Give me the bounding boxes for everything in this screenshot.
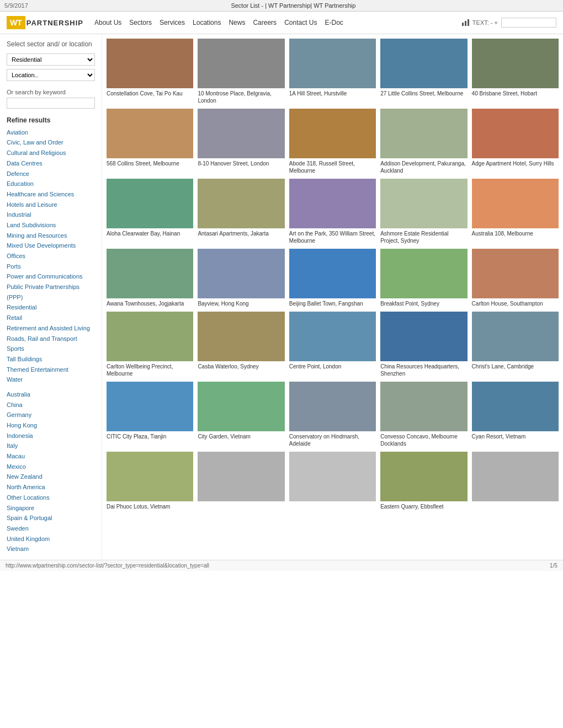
grid-item[interactable]: Art on the Park, 350 William Street, Mel… — [289, 179, 376, 244]
sidebar-sector-link[interactable]: Power and Communications — [7, 271, 95, 282]
sidebar-location-link[interactable]: Germany — [7, 410, 95, 420]
nav-tools: TEXT: - + — [462, 18, 556, 28]
sidebar-sector-link[interactable]: Hotels and Leisure — [7, 200, 95, 210]
sidebar-sector-link[interactable]: Tall Buildings — [7, 354, 95, 365]
grid-item[interactable]: Carlton House, Southampton — [472, 249, 559, 307]
location-dropdown[interactable]: Location.. — [7, 69, 95, 81]
grid-item[interactable]: Awana Townhouses, Jogjakarta — [107, 249, 193, 307]
sidebar-sector-link[interactable]: Retail — [7, 313, 95, 323]
grid-item[interactable]: Convesso Concavo, Melbourne Docklands — [380, 382, 467, 447]
grid-item[interactable]: Ashmore Estate Residential Project, Sydn… — [380, 179, 467, 244]
sidebar-sector-link[interactable]: Industrial — [7, 210, 95, 220]
grid-item[interactable] — [472, 452, 559, 510]
sidebar-location-link[interactable]: Hong Kong — [7, 420, 95, 431]
header-search-input[interactable] — [501, 18, 556, 28]
sidebar-sector-link[interactable]: Public Private Partnerships (PPP) — [7, 282, 95, 302]
grid-item[interactable]: Bayview, Hong Kong — [198, 249, 284, 307]
grid-item[interactable]: Dai Phuoc Lotus, Vietnam — [107, 452, 193, 510]
grid-item[interactable]: Adge Apartment Hotel, Surry Hills — [472, 109, 559, 174]
sidebar-sector-link[interactable]: Residential — [7, 302, 95, 313]
browser-title: Sector List - | WT Partnership| WT Partn… — [28, 2, 559, 9]
nav-edoc[interactable]: E-Doc — [325, 19, 343, 26]
grid-item[interactable]: Conservatory on Hindmarsh, Adelaide — [289, 382, 376, 447]
grid-item[interactable]: Beijing Ballet Town, Fangshan — [289, 249, 376, 307]
sidebar-location-link[interactable]: North America — [7, 482, 95, 493]
nav-locations[interactable]: Locations — [193, 19, 221, 26]
grid-item[interactable]: 40 Brisbane Street, Hobart — [472, 39, 559, 104]
grid-item[interactable]: China Resources Headquarters, Shenzhen — [380, 312, 467, 377]
nav-careers[interactable]: Careers — [253, 19, 277, 26]
grid-item[interactable]: Australia 108, Melbourne — [472, 179, 559, 244]
grid-item[interactable]: Christ's Lane, Cambridge — [472, 312, 559, 377]
sidebar-sector-link[interactable]: Ports — [7, 261, 95, 272]
nav-sectors[interactable]: Sectors — [129, 19, 152, 26]
grid-item-label: Constellation Cove, Tai Po Kau — [107, 90, 193, 97]
grid-item[interactable]: CITIC City Plaza, Tianjin — [107, 382, 193, 447]
sidebar-select-label: Select sector and/ or location — [7, 40, 95, 49]
main-layout: Select sector and/ or location Residenti… — [0, 34, 563, 560]
sidebar-sector-link[interactable]: Education — [7, 179, 95, 189]
grid-item[interactable] — [198, 452, 284, 510]
grid-item-label: Conservatory on Hindmarsh, Adelaide — [289, 433, 376, 447]
grid-item-label: Adge Apartment Hotel, Surry Hills — [472, 160, 559, 167]
sidebar-location-link[interactable]: Spain & Portugal — [7, 513, 95, 523]
grid-item[interactable]: 568 Collins Street, Melbourne — [107, 109, 193, 174]
sidebar-sector-link[interactable]: Civic, Law and Order — [7, 137, 95, 148]
grid-item[interactable]: Casba Waterloo, Sydney — [198, 312, 284, 377]
grid-item[interactable]: Constellation Cove, Tai Po Kau — [107, 39, 193, 104]
grid-item[interactable]: Carlton Wellbeing Precinct, Melbourne — [107, 312, 193, 377]
grid-item-label: Breakfast Point, Sydney — [380, 300, 467, 307]
grid-item[interactable]: Aloha Clearwater Bay, Hainan — [107, 179, 193, 244]
sidebar-location-link[interactable]: Sweden — [7, 523, 95, 534]
sidebar-sector-link[interactable]: Cultural and Religious — [7, 148, 95, 158]
sidebar-location-link[interactable]: Singapore — [7, 503, 95, 513]
sidebar-location-link[interactable]: China — [7, 400, 95, 410]
sidebar-location-link[interactable]: Macau — [7, 451, 95, 462]
grid-item-label: Abode 318, Russell Street, Melbourne — [289, 160, 376, 174]
sidebar-location-link[interactable]: Indonesia — [7, 431, 95, 441]
grid-item[interactable]: Antasari Apartments, Jakarta — [198, 179, 284, 244]
sector-dropdown[interactable]: Residential — [7, 53, 95, 66]
sidebar-sector-link[interactable]: Aviation — [7, 127, 95, 138]
nav-news[interactable]: News — [229, 19, 245, 26]
grid-item[interactable]: Breakfast Point, Sydney — [380, 249, 467, 307]
sidebar-sector-link[interactable]: Defence — [7, 169, 95, 179]
sidebar-sector-link[interactable]: Mining and Resources — [7, 231, 95, 241]
grid-item-label: 568 Collins Street, Melbourne — [107, 160, 193, 167]
sidebar-sector-link[interactable]: Offices — [7, 251, 95, 261]
sidebar-location-link[interactable]: Australia — [7, 389, 95, 400]
grid-item[interactable]: Abode 318, Russell Street, Melbourne — [289, 109, 376, 174]
grid-item[interactable]: Addison Development, Pakuranga, Auckland — [380, 109, 467, 174]
sidebar-sector-link[interactable]: Roads, Rail and Transport — [7, 334, 95, 344]
grid-item[interactable]: Centre Point, London — [289, 312, 376, 377]
nav-contact-us[interactable]: Contact Us — [284, 19, 317, 26]
grid-item[interactable]: City Garden, Vietnam — [198, 382, 284, 447]
sidebar-location-link[interactable]: Mexico — [7, 462, 95, 472]
sidebar-location-link[interactable]: New Zealand — [7, 472, 95, 482]
sidebar-location-link[interactable]: Vietnam — [7, 544, 95, 554]
logo[interactable]: WT PARTNERSHIP — [7, 16, 83, 29]
grid-item[interactable] — [289, 452, 376, 510]
grid-item[interactable]: 8-10 Hanover Street, London — [198, 109, 284, 174]
nav-about-us[interactable]: About Us — [94, 19, 121, 26]
grid-item[interactable]: 10 Montrose Place, Belgravia, London — [198, 39, 284, 104]
sidebar-sector-link[interactable]: Mixed Use Developments — [7, 240, 95, 251]
nav-services[interactable]: Services — [160, 19, 185, 26]
sidebar-sector-link[interactable]: Sports — [7, 344, 95, 354]
grid-item-label: Art on the Park, 350 William Street, Mel… — [289, 230, 376, 244]
sidebar-sector-link[interactable]: Water — [7, 374, 95, 385]
grid-item[interactable]: Eastern Quarry, Ebbsfleet — [380, 452, 467, 510]
grid-item[interactable]: 27 Little Collins Street, Melbourne — [380, 39, 467, 104]
bars-icon — [462, 19, 469, 26]
sidebar-location-link[interactable]: Italy — [7, 441, 95, 451]
grid-item[interactable]: 1A Hill Street, Hurstville — [289, 39, 376, 104]
sidebar-sector-link[interactable]: Land Subdivisions — [7, 220, 95, 231]
sidebar-sector-link[interactable]: Data Centres — [7, 158, 95, 169]
keyword-search-input[interactable] — [7, 98, 95, 109]
grid-item[interactable]: Cyan Resort, Vietnam — [472, 382, 559, 447]
sidebar-sector-link[interactable]: Healthcare and Sciences — [7, 189, 95, 200]
sidebar-location-link[interactable]: Other Locations — [7, 493, 95, 503]
sidebar-sector-link[interactable]: Themed Entertainment — [7, 365, 95, 375]
sidebar-location-link[interactable]: United Kingdom — [7, 534, 95, 544]
sidebar-sector-link[interactable]: Retirement and Assisted Living — [7, 323, 95, 334]
